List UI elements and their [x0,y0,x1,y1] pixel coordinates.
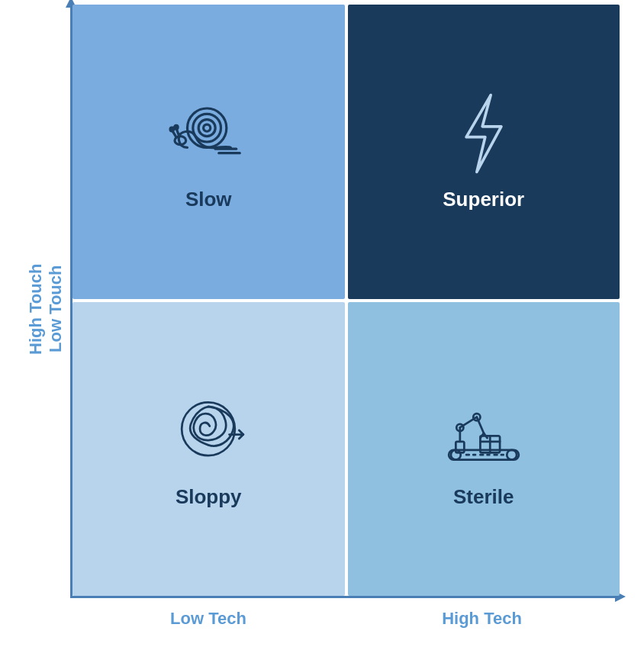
x-axis-high-label: High Tech [442,609,522,629]
svg-point-16 [507,450,517,460]
sloppy-label: Sloppy [175,485,242,509]
superior-label: Superior [443,188,524,211]
quadrant-superior: Superior [348,5,620,299]
lightning-icon [442,92,526,175]
svg-point-8 [175,126,179,130]
robot-arm-icon [442,389,526,473]
quadrant-sterile: Sterile [348,302,620,597]
svg-point-3 [204,124,211,131]
svg-point-7 [170,127,174,131]
quadrant-sloppy: Sloppy [72,302,345,597]
svg-line-30 [484,433,488,438]
svg-marker-11 [466,95,501,172]
quadrant-slow: Slow [72,5,345,299]
svg-point-2 [198,120,215,137]
x-axis-low-label: Low Tech [170,609,246,629]
quadrant-grid: Slow Superior [72,5,620,596]
y-axis-low-label: Low Touch [46,265,66,352]
x-axis-arrow [70,596,620,598]
x-axis-labels: Low Tech High Tech [72,609,620,629]
y-axis-high-label: High Touch [26,263,46,354]
sterile-label: Sterile [453,485,514,509]
chaos-icon [166,389,250,473]
snail-icon [166,92,250,175]
slow-label: Slow [185,188,232,211]
y-axis-labels: High Touch Low Touch [26,20,66,598]
chart-wrapper: High Touch Low Touch [24,20,620,630]
